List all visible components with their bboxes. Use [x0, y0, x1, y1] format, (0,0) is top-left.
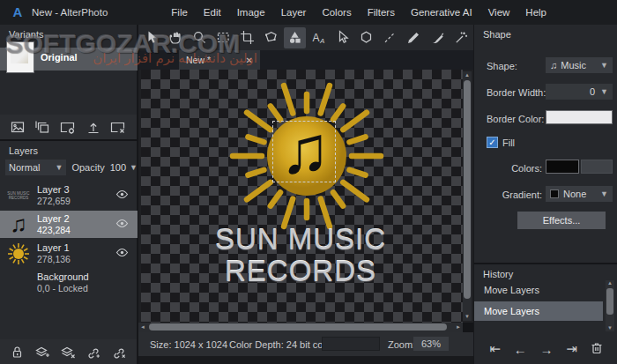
layer2-thumbnail: ♫	[4, 212, 33, 237]
layers-panel: Layers Normal▼ Opacity 100 ▼ SUN MUSICRE…	[0, 141, 138, 364]
polygon-tool[interactable]	[355, 27, 377, 48]
scroll-up-icon[interactable]: ▲	[463, 71, 472, 79]
crop-tool[interactable]	[236, 27, 258, 48]
unlink-layers-icon[interactable]	[111, 345, 126, 359]
pencil-tool[interactable]	[403, 27, 425, 48]
visibility-eye-icon[interactable]	[115, 248, 129, 259]
variant-thumbnail[interactable]	[7, 42, 33, 72]
shape-panel-title: Shape	[474, 25, 617, 40]
history-title: History	[474, 264, 617, 279]
menu-colors[interactable]: Colors	[322, 7, 351, 18]
history-first-icon[interactable]: ⇤	[489, 341, 501, 357]
line-tool[interactable]	[379, 27, 401, 48]
shape-label: Shape:	[487, 61, 517, 71]
menu-help[interactable]: Help	[525, 7, 546, 18]
fill-checkbox[interactable]: ✓	[487, 137, 498, 148]
menu-layer[interactable]: Layer	[281, 7, 307, 18]
layer-info: 278,136	[37, 254, 71, 264]
link-layers-icon[interactable]	[85, 345, 100, 359]
menu-image[interactable]: Image	[237, 7, 265, 18]
hand-tool[interactable]	[165, 27, 187, 48]
horizontal-scroll-thumb[interactable]	[149, 323, 447, 331]
status-size: Size: 1024 x 1024	[150, 339, 227, 350]
add-layer-icon[interactable]	[34, 345, 49, 359]
shape-panel: Shape Shape: ♫ Music ▼ Border Width: 0 ▼…	[473, 25, 617, 263]
tab-label: New *	[186, 55, 211, 65]
menu-filters[interactable]: Filters	[368, 7, 395, 18]
lasso-tool[interactable]	[260, 27, 282, 48]
status-input-field[interactable]	[322, 337, 380, 351]
menu-view[interactable]: View	[488, 7, 510, 18]
history-forward-icon[interactable]: →	[539, 342, 553, 357]
menu-bar: File Edit Image Layer Colors Filters Gen…	[171, 7, 546, 18]
duplicate-variant-icon[interactable]	[35, 121, 50, 134]
visibility-eye-icon[interactable]	[115, 189, 129, 201]
menu-file[interactable]: File	[171, 7, 188, 18]
variant-label: Original	[41, 52, 78, 63]
tab-close-icon[interactable]: ✕	[246, 56, 253, 65]
background-layer-row[interactable]: Background 0,0 - Locked	[0, 269, 138, 296]
layer-row-3[interactable]: SUN MUSICRECORDS Layer 3 272,659	[0, 182, 138, 209]
vertical-scroll-thumb[interactable]	[464, 80, 471, 299]
border-width-value: 0	[550, 86, 600, 97]
opacity-value[interactable]: 100	[110, 162, 126, 173]
shape-select[interactable]: ♫ Music ▼	[546, 57, 613, 73]
canvas-vertical-scrollbar[interactable]: ▲ ▼	[463, 71, 472, 321]
delete-layer-icon[interactable]	[60, 345, 75, 359]
marquee-select-tool[interactable]	[212, 27, 234, 48]
canvas-area[interactable]: ♫ SUN MUSIC RECORDS ▲ ▼	[138, 70, 473, 323]
layers-toolbar	[0, 339, 137, 364]
primary-color-swatch[interactable]	[546, 160, 579, 174]
delete-variant-icon[interactable]	[110, 121, 126, 134]
pointer-tool[interactable]	[141, 27, 163, 48]
layer-row-1[interactable]: Layer 1 278,136	[0, 240, 138, 267]
canvas-horizontal-scrollbar[interactable]: ◄ ►	[138, 323, 463, 332]
border-color-swatch[interactable]	[546, 110, 613, 124]
document-tab-bar: New * ✕	[138, 50, 473, 70]
scroll-up-icon[interactable]: ▲	[606, 279, 614, 287]
secondary-color-swatch[interactable]	[581, 160, 613, 174]
scroll-left-icon[interactable]: ◄	[138, 323, 147, 332]
chevron-down-icon[interactable]: ▼	[130, 163, 138, 172]
fill-label: Fill	[502, 137, 515, 148]
zoom-tool[interactable]	[189, 27, 211, 48]
shapes-tool[interactable]	[284, 27, 306, 48]
scroll-right-icon[interactable]: ►	[454, 323, 463, 332]
logo-text-line2: RECORDS	[138, 255, 463, 288]
visibility-eye-icon[interactable]	[115, 219, 129, 230]
menu-generative-ai[interactable]: Generative AI	[411, 7, 472, 18]
layer-name: Layer 1	[37, 242, 70, 253]
history-scrollbar[interactable]: ▲ ▼	[606, 280, 614, 331]
lock-icon[interactable]	[11, 345, 24, 359]
zoom-value-box[interactable]: 63%	[413, 337, 449, 351]
effects-button[interactable]: Effects...	[517, 212, 606, 229]
scroll-down-icon[interactable]: ▼	[606, 324, 614, 332]
gradient-select[interactable]: None ▼	[546, 186, 613, 202]
history-last-icon[interactable]: ⇥	[566, 341, 577, 357]
history-back-icon[interactable]: ←	[514, 342, 527, 357]
window-title: New - AlterPhoto	[32, 7, 108, 18]
scroll-down-icon[interactable]: ▼	[463, 313, 472, 321]
text-tool[interactable]: AA	[308, 27, 330, 48]
menu-edit[interactable]: Edit	[204, 7, 221, 18]
bottom-strip	[138, 356, 473, 364]
trash-icon[interactable]	[591, 341, 603, 357]
magic-wand-tool[interactable]	[450, 27, 472, 48]
blend-mode-select[interactable]: Normal▼	[5, 160, 66, 175]
layer-name: Layer 2	[37, 213, 70, 224]
chevron-down-icon: ▼	[600, 61, 608, 70]
tab-new-document[interactable]: New * ✕	[179, 50, 260, 70]
layer-row-2[interactable]: ♫ Layer 2 423,284	[0, 211, 138, 238]
brush-tool[interactable]	[427, 27, 449, 48]
music-note-icon: ♫	[550, 60, 557, 71]
history-item-1[interactable]: Move Layers	[474, 280, 603, 300]
variant-settings-icon[interactable]	[60, 121, 76, 134]
history-scroll-thumb[interactable]	[606, 288, 613, 315]
node-select-tool[interactable]	[331, 27, 353, 48]
border-width-spinner[interactable]: 0 ▼	[546, 84, 613, 100]
history-item-2[interactable]: Move Layers	[474, 301, 603, 321]
export-variant-icon[interactable]	[86, 121, 100, 134]
title-bar: A New - AlterPhoto File Edit Image Layer…	[0, 0, 617, 25]
new-variant-icon[interactable]	[11, 121, 26, 134]
blend-mode-value: Normal	[9, 162, 40, 173]
